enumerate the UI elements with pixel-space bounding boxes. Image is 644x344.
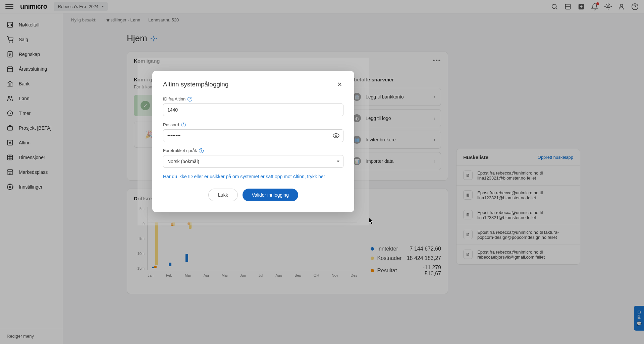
help-icon[interactable]: ?: [199, 148, 204, 153]
password-input[interactable]: [163, 129, 343, 142]
help-icon[interactable]: ?: [181, 123, 186, 127]
language-label: Foretrukket språk: [163, 148, 197, 153]
close-button[interactable]: Lukk: [208, 189, 238, 201]
altinn-login-modal: Altinn systempålogging ✕ ID fra Altinn ?…: [152, 71, 354, 212]
toggle-password-icon[interactable]: [333, 132, 339, 139]
help-icon[interactable]: ?: [187, 97, 192, 101]
cursor-icon: [369, 218, 374, 224]
modal-title: Altinn systempålogging: [163, 81, 228, 88]
language-select[interactable]: Norsk (bokmål): [163, 155, 343, 168]
validate-button[interactable]: Valider innlogging: [243, 189, 298, 201]
altinn-id-input[interactable]: [163, 104, 343, 116]
svg-point-19: [335, 135, 337, 137]
help-link[interactable]: Har du ikke ID eller er usikker på om sy…: [163, 174, 343, 179]
id-label: ID fra Altinn: [163, 96, 185, 101]
password-label: Passord: [163, 122, 179, 127]
overlay-container: Altinn systempålogging ✕ ID fra Altinn ?…: [138, 58, 369, 225]
close-icon[interactable]: ✕: [335, 80, 343, 88]
